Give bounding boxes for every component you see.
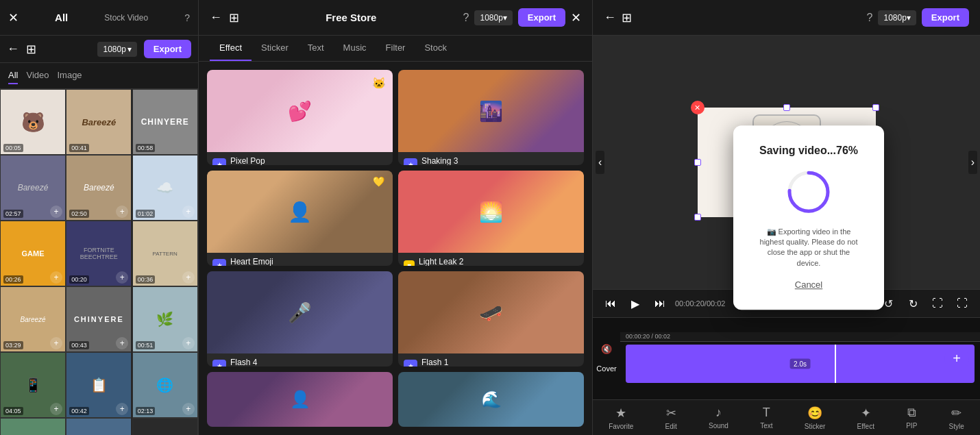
left-panel-subtitle: Stock Video	[104, 13, 148, 23]
store-item-name: Flash 1	[421, 358, 448, 366]
store-item-shaking-3[interactable]: 🌆 ★ Shaking 3 Effect	[398, 70, 584, 165]
store-item-icon: ★	[212, 259, 226, 266]
store-item-light-leak-2[interactable]: 🌅 ■ Light Leak 2 Effect	[398, 171, 584, 266]
store-resolution[interactable]: 1080p▾	[474, 10, 512, 25]
right-resolution[interactable]: 1080p▾	[878, 10, 916, 25]
toolbar-item-style[interactable]: ✏ Style	[949, 406, 964, 430]
toolbar-item-edit[interactable]: ✂ Edit	[665, 406, 677, 430]
toolbar-item-sticker[interactable]: 😊 Sticker	[805, 406, 826, 430]
fit-button[interactable]: ⛶	[928, 294, 947, 313]
store-item-name: Flash 4	[230, 358, 257, 366]
skip-start-button[interactable]: ⏮	[601, 294, 620, 313]
preview-nav-left[interactable]: ‹	[596, 151, 604, 174]
tab-music[interactable]: Music	[334, 36, 376, 61]
toolbar-item-effect[interactable]: ✦ Effect	[857, 406, 874, 430]
list-item[interactable]: 📋 00:42 +	[66, 352, 132, 418]
play-pause-button[interactable]: ▶	[626, 294, 645, 313]
list-item[interactable]: 🖥️ 04:14 +	[66, 418, 132, 435]
toolbar-item-pip[interactable]: ⧉ PIP	[906, 406, 917, 430]
list-item[interactable]: GAME 00:26 +	[0, 221, 66, 286]
left-panel-header: ✕ All Stock Video ?	[0, 0, 198, 36]
timeline-cover-btn[interactable]: Cover	[597, 359, 616, 378]
timeline-track[interactable]: 2.0s	[626, 345, 975, 383]
right-export-button[interactable]: Export	[922, 8, 969, 27]
right-grid-icon[interactable]: ⊞	[622, 10, 632, 25]
resize-handle-tr[interactable]	[872, 104, 879, 111]
tab-sticker[interactable]: Sticker	[252, 36, 298, 61]
store-help-icon[interactable]: ?	[463, 12, 469, 24]
list-item[interactable]: 🌐 02:13 +	[132, 352, 198, 418]
saving-description: 📷 Exporting video in the highest quality…	[755, 227, 862, 269]
export-button[interactable]: Export	[144, 40, 191, 58]
resize-handle-tc[interactable]	[783, 104, 790, 111]
list-item[interactable]: Bareezé 03:29 +	[0, 286, 66, 352]
timeline-volume-btn[interactable]: 🔇	[597, 340, 616, 359]
store-tabs: Effect Sticker Text Music Filter Stock	[199, 36, 592, 62]
store-item-extra-2[interactable]: 🌊	[398, 372, 584, 427]
store-item-thumb: 🎤	[207, 271, 393, 353]
list-item[interactable]	[132, 418, 198, 435]
store-item-extra-1[interactable]: 👤	[207, 372, 393, 427]
help-icon[interactable]: ?	[184, 12, 190, 23]
list-item[interactable]: FORTNITE BEECHTREE 00:20 +	[66, 221, 132, 286]
saving-dialog: Saving video...76% 📷 Exporting video in …	[733, 125, 884, 310]
sound-icon: ♪	[715, 406, 722, 420]
list-item[interactable]: 📱 04:05 +	[0, 352, 66, 418]
toolbar-item-favorite[interactable]: ★ Favorite	[609, 406, 633, 430]
playhead[interactable]	[835, 345, 836, 383]
cancel-save-button[interactable]: Cancel	[795, 279, 822, 290]
store-export-btn[interactable]: Export	[518, 8, 565, 27]
grid-view-icon[interactable]: ⊞	[26, 42, 36, 57]
right-back-button[interactable]: ←	[604, 10, 616, 25]
store-header: ← ⊞ Free Store ? 1080p▾ Export ✕	[199, 0, 592, 36]
tab-text[interactable]: Text	[298, 36, 334, 61]
tab-stock[interactable]: Stock	[415, 36, 456, 61]
skip-end-button[interactable]: ⏭	[650, 294, 670, 313]
store-close-button[interactable]: ✕	[571, 10, 581, 25]
back-button[interactable]: ←	[7, 42, 19, 56]
redo-button[interactable]: ↻	[903, 294, 922, 313]
preview-nav-right[interactable]: ›	[968, 151, 977, 174]
list-item[interactable]: 🐻 00:05	[0, 89, 66, 155]
list-item[interactable]: CHINYERE 00:43 +	[66, 286, 132, 352]
store-item-flash-4[interactable]: 🎤 ★ Flash 4 Effect	[207, 271, 393, 366]
list-item[interactable]: 🌿 00:51 +	[132, 286, 198, 352]
tab-effect[interactable]: Effect	[210, 36, 252, 61]
list-item[interactable]: 📱 05:27 +	[0, 418, 66, 435]
tab-filter[interactable]: Filter	[376, 36, 415, 61]
list-item[interactable]: CHINYERE 00:58	[132, 89, 198, 155]
edit-icon: ✂	[666, 406, 676, 421]
timeline-track-label: 2.0s	[789, 358, 811, 369]
resize-handle-bl[interactable]	[694, 214, 701, 221]
toolbar-label-sticker: Sticker	[805, 423, 826, 430]
list-item[interactable]: Bareezé 02:50 +	[66, 155, 132, 221]
store-item-name: Heart Emoji	[230, 257, 273, 266]
store-item-flash-1[interactable]: 🛹 ★ Flash 1 Effect	[398, 271, 584, 366]
store-item-heart-emoji[interactable]: 👤 💛 ★ Heart Emoji Effect	[207, 171, 393, 266]
resize-handle-ml[interactable]	[694, 159, 701, 166]
canvas-close-button[interactable]: ✕	[691, 101, 705, 114]
close-panel-icon[interactable]: ✕	[8, 10, 19, 25]
store-item-pixel-pop[interactable]: 💕 🐱 ★ Pixel Pop Effect	[207, 70, 393, 165]
store-item-thumb: 🌅	[398, 171, 584, 253]
resolution-selector[interactable]: 1080p▾	[97, 42, 136, 57]
add-clip-button[interactable]: +	[944, 347, 969, 371]
list-item[interactable]: ☁️ 01:02 +	[132, 155, 198, 221]
left-panel: ✕ All Stock Video ? ← ⊞ 1080p▾ Export Al…	[0, 0, 199, 435]
tab-all[interactable]: All	[8, 67, 18, 84]
store-back-button[interactable]: ←	[210, 10, 222, 25]
toolbar-item-text[interactable]: T Text	[760, 406, 772, 430]
list-item[interactable]: PATTERN 00:36 +	[132, 221, 198, 286]
fullscreen-button[interactable]: ⛶	[953, 294, 972, 313]
right-help-icon[interactable]: ?	[867, 12, 873, 24]
list-item[interactable]: Bareezé 00:41	[66, 89, 132, 155]
toolbar-item-sound[interactable]: ♪ Sound	[709, 406, 728, 430]
store-item-thumb: 👤	[207, 372, 393, 427]
grid-icon[interactable]: ⊞	[229, 10, 239, 25]
list-item[interactable]: Bareezé 02:57 +	[0, 155, 66, 221]
resolution-label: 1080p	[103, 45, 125, 54]
tab-image[interactable]: Image	[57, 67, 82, 84]
tab-video[interactable]: Video	[26, 67, 49, 84]
timeline-section: 🔇 Cover 00:00:20 / 00:02 2.0s +	[593, 317, 980, 399]
favorite-icon: ★	[615, 406, 626, 421]
